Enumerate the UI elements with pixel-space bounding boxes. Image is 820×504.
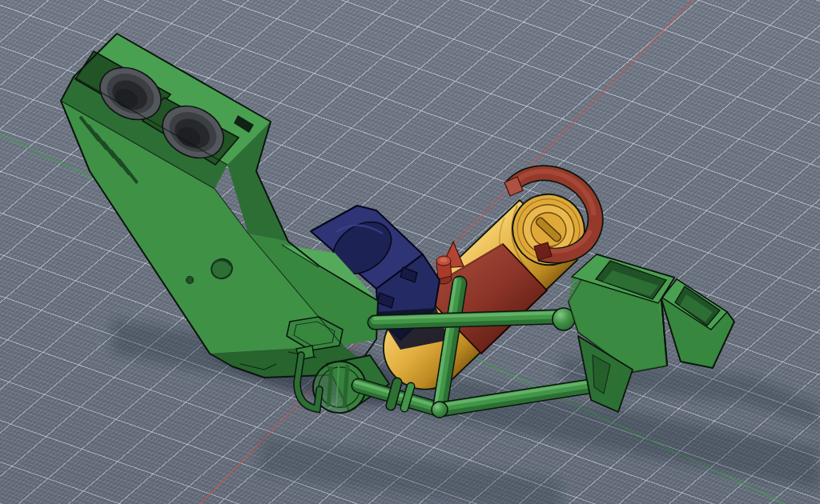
- scene-canvas[interactable]: [0, 0, 820, 504]
- cad-viewport[interactable]: [0, 0, 820, 504]
- arm-small-hole: [187, 277, 194, 284]
- green-arm[interactable]: [61, 34, 378, 378]
- pod-right[interactable]: [661, 279, 734, 368]
- tube-upper[interactable]: [375, 313, 557, 322]
- elbow-joint[interactable]: [432, 402, 448, 418]
